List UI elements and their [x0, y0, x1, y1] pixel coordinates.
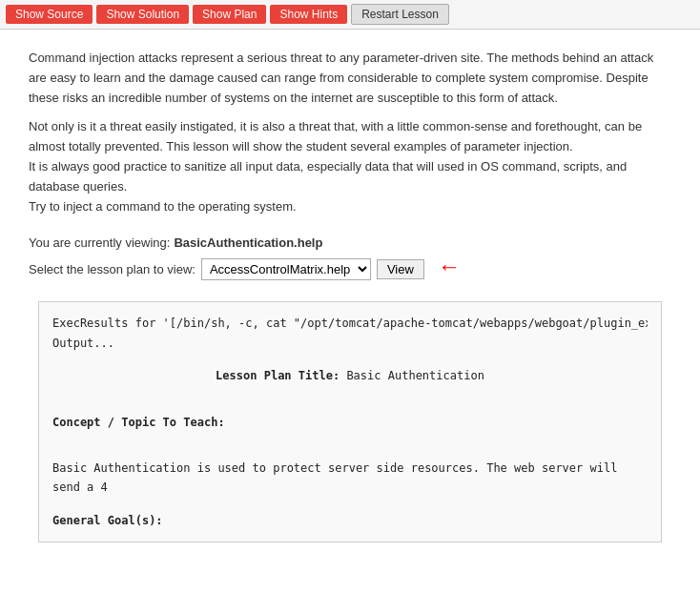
view-button[interactable]: View	[377, 259, 424, 279]
output-box: ExecResults for '[/bin/sh, -c, cat "/opt…	[38, 301, 662, 542]
show-hints-button[interactable]: Show Hints	[270, 5, 347, 24]
basic-auth-desc: Basic Authentication is used to protect …	[52, 459, 648, 498]
exec-results-line: ExecResults for '[/bin/sh, -c, cat "/opt…	[52, 314, 648, 333]
lesson-plan-title-value: Basic Authentication	[346, 369, 484, 382]
restart-lesson-button[interactable]: Restart Lesson	[351, 4, 449, 25]
main-content: Command injection attacks represent a se…	[0, 30, 700, 562]
general-goals-label: General Goal(s):	[52, 511, 648, 530]
show-solution-button[interactable]: Show Solution	[96, 5, 189, 24]
current-viewing-row: You are currently viewing: BasicAuthenti…	[29, 235, 671, 250]
lesson-select-area: You are currently viewing: BasicAuthenti…	[29, 235, 671, 282]
current-viewing-label: You are currently viewing:	[29, 235, 170, 250]
lesson-plan-select[interactable]: AccessControlMatrix.help BasicAuthentica…	[201, 258, 371, 280]
description-para1: Command injection attacks represent a se…	[29, 49, 671, 108]
concept-label: Concept / Topic To Teach:	[52, 413, 648, 432]
output-label: Output...	[52, 334, 648, 353]
description-para2-line1: Not only is it a threat easily instigate…	[29, 119, 642, 153]
select-label: Select the lesson plan to view:	[29, 262, 196, 276]
description-para2: Not only is it a threat easily instigate…	[29, 117, 671, 216]
show-source-button[interactable]: Show Source	[6, 5, 93, 24]
description-para2-line3: Try to inject a command to the operating…	[29, 199, 297, 214]
toolbar: Show Source Show Solution Show Plan Show…	[0, 0, 700, 30]
description-para2-line2: It is always good practice to sanitize a…	[29, 159, 627, 194]
lesson-plan-title-label: Lesson Plan Title:	[216, 369, 340, 382]
red-arrow-icon: →	[438, 255, 461, 282]
current-viewing-file: BasicAuthentication.help	[174, 235, 322, 250]
lesson-select-row: Select the lesson plan to view: AccessCo…	[29, 255, 671, 282]
lesson-plan-title-line: Lesson Plan Title: Basic Authentication	[52, 366, 648, 385]
description-block: Command injection attacks represent a se…	[29, 49, 671, 216]
show-plan-button[interactable]: Show Plan	[193, 5, 266, 24]
